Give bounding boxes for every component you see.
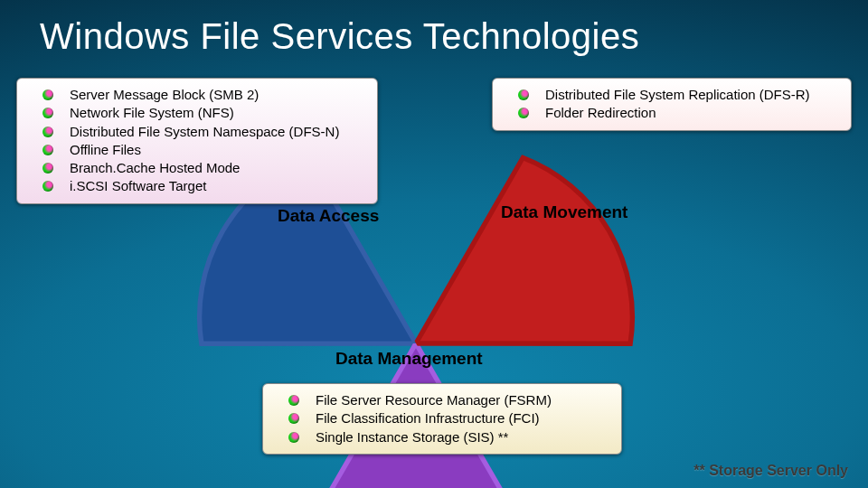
list-item: Offline Files: [23, 141, 368, 159]
list-item: Distributed File System Namespace (DFS-N…: [23, 123, 368, 141]
bullet-icon: [42, 127, 53, 137]
bullet-icon: [42, 89, 53, 100]
page-title: Windows File Services Technologies: [40, 16, 639, 57]
bullet-icon: [42, 181, 53, 192]
list-item: Network File System (NFS): [23, 104, 368, 122]
list-item: Server Message Block (SMB 2): [23, 86, 368, 104]
bullet-icon: [42, 163, 53, 174]
footnote: ** Storage Server Only: [693, 463, 848, 479]
segment-label-access: Data Access: [278, 206, 379, 226]
box-data-access: Server Message Block (SMB 2) Network Fil…: [16, 78, 378, 204]
bullet-icon: [288, 432, 299, 443]
bullet-icon: [518, 108, 529, 118]
bullet-icon: [42, 145, 53, 155]
segment-label-management: Data Management: [335, 349, 483, 369]
list-item: File Classification Infrastructure (FCI): [269, 409, 612, 427]
bullet-icon: [42, 108, 53, 118]
list-item: Branch.Cache Hosted Mode: [23, 159, 368, 177]
list-item: Distributed File System Replication (DFS…: [498, 86, 842, 104]
box-data-management: File Server Resource Manager (FSRM) File…: [262, 383, 622, 455]
bullet-icon: [288, 395, 299, 406]
list-item: File Server Resource Manager (FSRM): [269, 391, 612, 409]
box-data-movement: Distributed File System Replication (DFS…: [492, 78, 852, 131]
list-item: i.SCSI Software Target: [23, 177, 368, 195]
bullet-icon: [518, 89, 529, 100]
bullet-icon: [288, 413, 299, 424]
list-item: Single Instance Storage (SIS) **: [269, 428, 612, 446]
segment-label-movement: Data Movement: [501, 202, 627, 222]
list-item: Folder Redirection: [498, 104, 842, 122]
